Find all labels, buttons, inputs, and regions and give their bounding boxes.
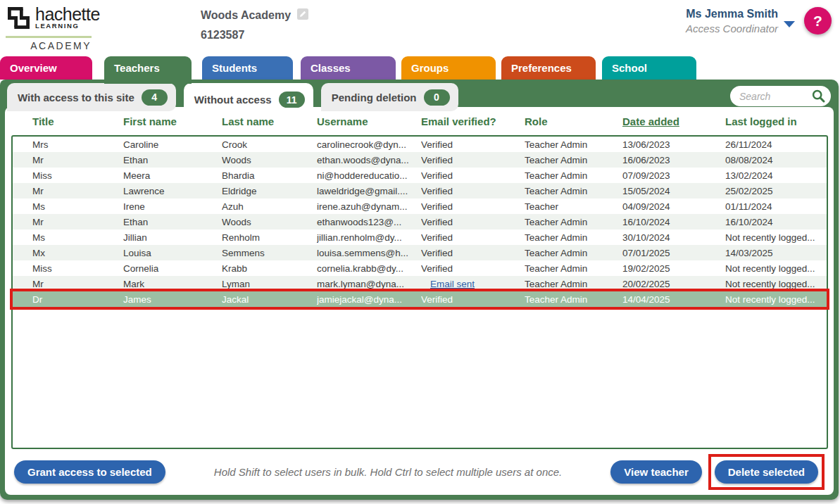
table-row[interactable]: MsIreneAzuhirene.azuh@dynam...VerifiedTe… (13, 199, 827, 214)
cell: Teacher Admin (525, 217, 622, 227)
cell: ni@hoddereducatio... (317, 170, 421, 181)
cell: 20/02/2025 (622, 279, 725, 289)
subtab-without-access[interactable]: Without access11 (184, 83, 313, 116)
cell: Mr (32, 217, 123, 227)
help-button[interactable]: ? (804, 7, 832, 34)
cell: Cornelia (123, 263, 222, 274)
email-sent-link[interactable]: Email sent (430, 279, 525, 289)
table-row[interactable]: MrLawrenceEldridgelaweldridge@gmail....V… (13, 183, 827, 199)
column-header-date-added[interactable]: Date added (622, 115, 725, 127)
cell: Eldridge (222, 186, 317, 196)
grant-access-button[interactable]: Grant access to selected (14, 460, 165, 484)
cell: Verified (421, 294, 525, 305)
cell: 16/06/2023 (622, 155, 725, 165)
cell: Ethan (123, 217, 222, 227)
cell: carolinecrook@dyn... (317, 139, 421, 150)
cell: Verified (421, 186, 525, 196)
cell: Teacher Admin (525, 279, 622, 289)
main-tab-teachers[interactable]: Teachers (104, 56, 192, 84)
cell: Miss (32, 263, 123, 274)
cell: mark.lyman@dyna... (317, 279, 421, 289)
cell: Not recently logged... (725, 279, 827, 289)
table-row[interactable]: DrJamesJackaljamiejackal@dyna...Verified… (13, 291, 827, 307)
edit-school-name-icon[interactable] (296, 8, 309, 23)
cell: 15/05/2024 (622, 186, 725, 196)
cell: Azuh (222, 201, 317, 212)
cell: ethanwoods123@... (317, 217, 421, 227)
cell: Verified (421, 139, 525, 150)
main-tab-overview[interactable]: Overview (0, 56, 92, 80)
search-icon[interactable] (811, 89, 826, 103)
table-row[interactable]: MsJillianRenholmjillian.renholm@dy...Ver… (13, 229, 827, 245)
column-header-email-verified[interactable]: Email verified? (421, 115, 525, 127)
subtab-label: Pending deletion (332, 92, 417, 103)
column-header-last-name[interactable]: Last name (222, 115, 317, 127)
teachers-content-panel: With access to this site4Without access1… (0, 80, 839, 500)
column-header-last-logged-in[interactable]: Last logged in (725, 115, 834, 127)
table-panel: TitleFirst nameLast nameUsernameEmail ve… (5, 107, 834, 495)
main-tab-students[interactable]: Students (202, 56, 293, 80)
cell: Louisa (123, 248, 222, 258)
cell: Crook (222, 139, 317, 150)
table-row[interactable]: MissMeeraBhardiani@hoddereducatio...Veri… (13, 168, 827, 183)
subtab-pending-deletion[interactable]: Pending deletion0 (321, 83, 458, 111)
school-block: Woods Academy 6123587 (201, 8, 309, 42)
column-header-first-name[interactable]: First name (123, 115, 222, 127)
teacher-list: MrsCarolineCrookcarolinecrook@dyn...Veri… (11, 135, 828, 449)
cell: 04/09/2024 (622, 201, 725, 212)
cell: laweldridge@gmail.... (317, 186, 421, 196)
cell: Bhardia (222, 170, 317, 181)
cell: Krabb (222, 263, 317, 274)
cell: jamiejackal@dyna... (317, 294, 421, 305)
cell: Not recently logged... (725, 294, 827, 305)
column-header-title[interactable]: Title (32, 115, 123, 127)
subtab-with-access-to-this-site[interactable]: With access to this site4 (7, 83, 176, 111)
cell: Woods (222, 155, 317, 165)
cell: Meera (123, 170, 222, 181)
column-header-username[interactable]: Username (317, 115, 421, 127)
table-row[interactable]: MrEthanWoodsethan.woods@dyna...VerifiedT… (13, 152, 827, 168)
cell: Teacher Admin (525, 155, 622, 165)
cell: Lyman (222, 279, 317, 289)
cell: Caroline (123, 139, 222, 150)
cell: Not recently logged... (725, 263, 827, 274)
table-row[interactable]: MrMarkLymanmark.lyman@dyna...Email sentT… (13, 276, 827, 291)
table-row[interactable]: MrEthanWoodsethanwoods123@...VerifiedTea… (13, 214, 827, 229)
cell: 13/02/2024 (725, 170, 827, 181)
cell: Teacher Admin (525, 186, 622, 196)
table-row[interactable]: MissCorneliaKrabbcornelia.krabb@dy...Ver… (13, 260, 827, 276)
school-id: 6123587 (201, 29, 309, 42)
user-role: Access Coordinator (686, 23, 778, 34)
cell: Verified (421, 170, 525, 181)
column-header-role[interactable]: Role (525, 115, 622, 127)
cell: Lawrence (123, 186, 222, 196)
subtab-label: Without access (194, 94, 272, 106)
page: hachette LEARNING ACADEMY Woods Academy … (0, 0, 840, 504)
search-input[interactable] (739, 91, 811, 102)
cell: Mr (32, 186, 123, 196)
table-row[interactable]: MrsCarolineCrookcarolinecrook@dyn...Veri… (13, 137, 827, 152)
main-tab-preferences[interactable]: Preferences (501, 56, 596, 80)
table-row[interactable]: MxLouisaSemmenslouisa.semmens@h...Verifi… (13, 245, 827, 260)
main-tab-school[interactable]: School (602, 56, 696, 80)
delete-selected-button[interactable]: Delete selected (715, 460, 818, 484)
cell: Mr (32, 279, 123, 289)
cell: Mx (32, 248, 123, 258)
selection-hint: Hold Shift to select users in bulk. Hold… (172, 466, 605, 478)
subtab-label: With access to this site (18, 92, 134, 103)
count-badge: 0 (424, 89, 450, 106)
top-header: hachette LEARNING ACADEMY Woods Academy … (0, 0, 840, 56)
cell: 14/03/2025 (725, 248, 827, 258)
action-bar: Grant access to selected Hold Shift to s… (5, 449, 834, 495)
cell: louisa.semmens@h... (317, 248, 421, 258)
main-tab-groups[interactable]: Groups (401, 56, 496, 80)
cell: 16/10/2024 (725, 217, 827, 227)
view-teacher-button[interactable]: View teacher (610, 460, 701, 484)
brand-name: hachette (35, 5, 100, 23)
user-menu-chevron-down-icon[interactable] (784, 21, 795, 27)
cell: 14/04/2025 (622, 294, 725, 305)
cell: irene.azuh@dynam... (317, 201, 421, 212)
main-tab-classes[interactable]: Classes (301, 56, 396, 80)
cell: Teacher Admin (525, 139, 622, 150)
access-subtab-bar: With access to this site4Without access1… (7, 83, 458, 116)
